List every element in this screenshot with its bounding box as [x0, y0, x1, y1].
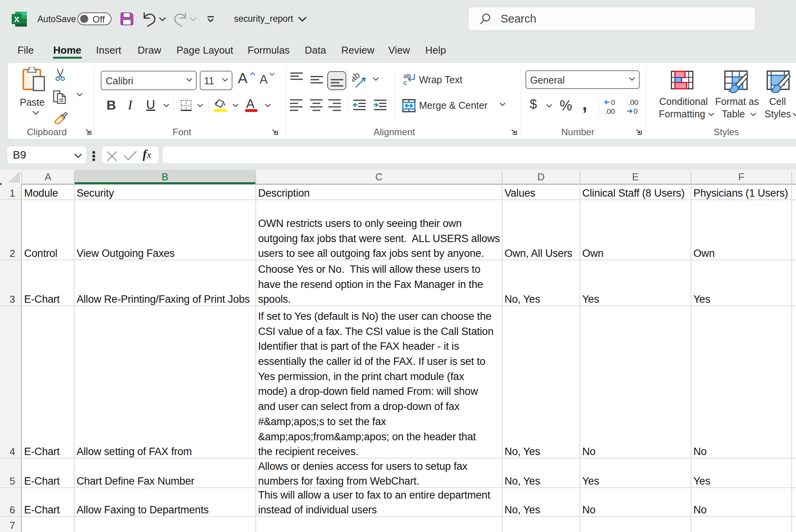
svg-text:X: X [14, 15, 19, 24]
svg-text:.00: .00 [628, 98, 638, 106]
svg-text:0: 0 [611, 98, 615, 106]
svg-text:c: c [403, 79, 407, 86]
svg-text:.00: .00 [605, 107, 615, 115]
svg-text:0: 0 [634, 107, 638, 115]
